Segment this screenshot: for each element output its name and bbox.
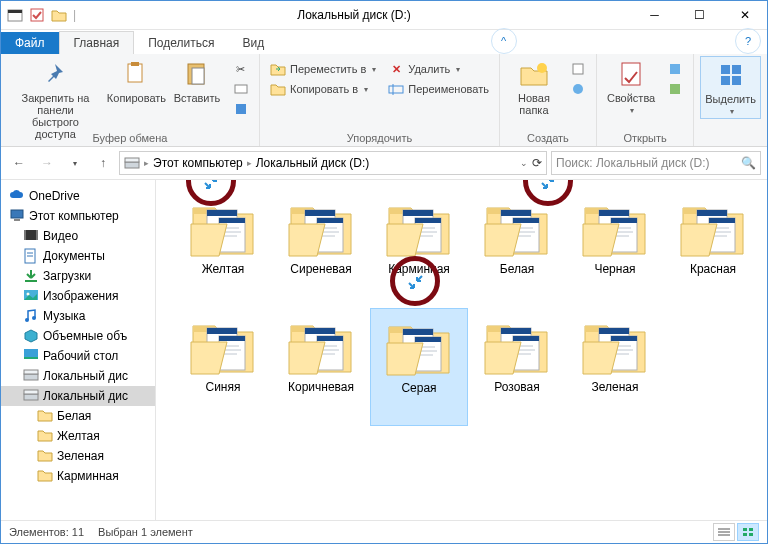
qat-folder-icon[interactable] — [51, 7, 67, 23]
main-body: OneDriveЭтот компьютерВидеоДокументыЗагр… — [1, 180, 767, 520]
tree-item[interactable]: OneDrive — [1, 186, 155, 206]
desk-icon — [23, 348, 39, 364]
view-icons-button[interactable] — [737, 523, 759, 541]
copy-icon — [120, 58, 152, 90]
breadcrumb-leaf[interactable]: Локальный диск (D:) — [256, 156, 370, 170]
tab-view[interactable]: Вид — [228, 32, 278, 54]
svg-rect-40 — [24, 394, 38, 400]
delete-button[interactable]: ✕Удалить▾ — [384, 60, 493, 78]
tree-item[interactable]: Музыка — [1, 306, 155, 326]
newitem-button[interactable] — [566, 60, 590, 78]
tree-item[interactable]: Зеленая — [1, 446, 155, 466]
minimize-button[interactable]: ─ — [632, 1, 677, 29]
chevron-right-icon[interactable]: ▸ — [144, 158, 149, 168]
tree-item[interactable]: Рабочий стол — [1, 346, 155, 366]
tree-item[interactable]: Белая — [1, 406, 155, 426]
tree-item[interactable]: Документы — [1, 246, 155, 266]
folder-item[interactable]: Карминная — [370, 190, 468, 308]
nav-back-button[interactable]: ← — [7, 151, 31, 175]
rename-button[interactable]: Переименовать — [384, 80, 493, 98]
nav-tree[interactable]: OneDriveЭтот компьютерВидеоДокументыЗагр… — [1, 180, 156, 520]
rename-icon — [388, 81, 404, 97]
svg-rect-4 — [131, 62, 139, 66]
folder-item[interactable]: Черная — [566, 190, 664, 308]
edit-button[interactable] — [663, 80, 687, 98]
nav-recent-button[interactable]: ▾ — [63, 151, 87, 175]
search-icon: 🔍 — [741, 156, 756, 170]
minimize-ribbon-button[interactable]: ^ — [491, 28, 517, 54]
group-label-open: Открыть — [603, 130, 687, 146]
svg-rect-26 — [24, 230, 26, 240]
folder-item[interactable]: Сиреневая — [272, 190, 370, 308]
folder-item[interactable]: Красная — [664, 190, 762, 308]
copy-button[interactable]: Копировать — [108, 56, 165, 106]
tree-item[interactable]: Карминная — [1, 466, 155, 486]
moveto-button[interactable]: Переместить в▾ — [266, 60, 380, 78]
folder-item[interactable]: Розовая — [468, 308, 566, 426]
view-details-button[interactable] — [713, 523, 735, 541]
tree-item[interactable]: Объемные объ — [1, 326, 155, 346]
svg-rect-23 — [11, 210, 23, 218]
address-bar[interactable]: ▸ Этот компьютер ▸ Локальный диск (D:) ⌄… — [119, 151, 547, 175]
tree-item[interactable]: Загрузки — [1, 266, 155, 286]
tree-item[interactable]: Изображения — [1, 286, 155, 306]
svg-rect-87 — [219, 336, 245, 341]
tree-item[interactable]: Видео — [1, 226, 155, 246]
paste-button[interactable]: Вставить — [169, 56, 225, 106]
tree-item[interactable]: Этот компьютер — [1, 206, 155, 226]
addr-dropdown-button[interactable]: ⌄ — [520, 158, 528, 168]
copypath-button[interactable] — [229, 80, 253, 98]
open-button[interactable] — [663, 60, 687, 78]
close-button[interactable]: ✕ — [722, 1, 767, 29]
svg-point-11 — [537, 63, 547, 73]
folder-item[interactable]: Зеленая — [566, 308, 664, 426]
tree-item[interactable]: Желтая — [1, 426, 155, 446]
compress-arrows-icon — [408, 274, 424, 290]
search-box[interactable]: Поиск: Локальный диск (D:) 🔍 — [551, 151, 761, 175]
refresh-button[interactable]: ⟳ — [532, 156, 542, 170]
folder-item[interactable]: Белая — [468, 190, 566, 308]
tree-item-label: Объемные объ — [43, 329, 127, 343]
pc-icon — [9, 208, 25, 224]
chevron-right-icon[interactable]: ▸ — [247, 158, 252, 168]
tree-item-label: Изображения — [43, 289, 118, 303]
nav-up-button[interactable]: ↑ — [91, 151, 115, 175]
help-button[interactable]: ? — [735, 28, 761, 54]
easyaccess-button[interactable] — [566, 80, 590, 98]
svg-point-13 — [573, 84, 583, 94]
breadcrumb-root[interactable]: Этот компьютер — [153, 156, 243, 170]
tree-item[interactable]: Локальный дис — [1, 386, 155, 406]
tree-item[interactable]: Локальный дис — [1, 366, 155, 386]
paste-shortcut-button[interactable] — [229, 100, 253, 118]
content-pane[interactable]: ЖелтаяСиреневаяКарминнаяБелаяЧернаяКрасн… — [156, 180, 767, 520]
group-label-select — [700, 142, 761, 146]
svg-rect-3 — [128, 64, 142, 82]
folder-item[interactable]: Желтая — [174, 190, 272, 308]
selectall-button[interactable]: Выделить▾ — [700, 56, 761, 119]
folder-item[interactable]: Серая — [370, 308, 468, 426]
tab-share[interactable]: Поделиться — [134, 32, 228, 54]
moveto-icon — [270, 61, 286, 77]
folder-item[interactable]: Коричневая — [272, 308, 370, 426]
tab-file[interactable]: Файл — [1, 32, 59, 54]
cut-button[interactable]: ✂ — [229, 60, 253, 78]
qat-checkbox-icon[interactable] — [29, 7, 45, 23]
svg-rect-17 — [721, 65, 730, 74]
folder-icon — [189, 196, 257, 258]
ribbon-group-clipboard: Закрепить на панели быстрого доступа Коп… — [1, 54, 260, 146]
copyto-button[interactable]: Копировать в▾ — [266, 80, 380, 98]
tree-item-label: Музыка — [43, 309, 85, 323]
svg-rect-21 — [125, 162, 139, 168]
folder-item[interactable]: Синяя — [174, 308, 272, 426]
maximize-button[interactable]: ☐ — [677, 1, 722, 29]
svg-rect-12 — [573, 64, 583, 74]
properties-button[interactable]: Свойства▾ — [603, 56, 659, 117]
group-label-organize: Упорядочить — [266, 130, 493, 146]
svg-rect-113 — [599, 328, 629, 334]
tab-home[interactable]: Главная — [59, 31, 135, 54]
nav-forward-button[interactable]: → — [35, 151, 59, 175]
svg-rect-122 — [743, 528, 747, 531]
address-bar-row: ← → ▾ ↑ ▸ Этот компьютер ▸ Локальный дис… — [1, 147, 767, 180]
folder-label: Коричневая — [288, 380, 354, 394]
newfolder-button[interactable]: Новая папка — [506, 56, 562, 118]
